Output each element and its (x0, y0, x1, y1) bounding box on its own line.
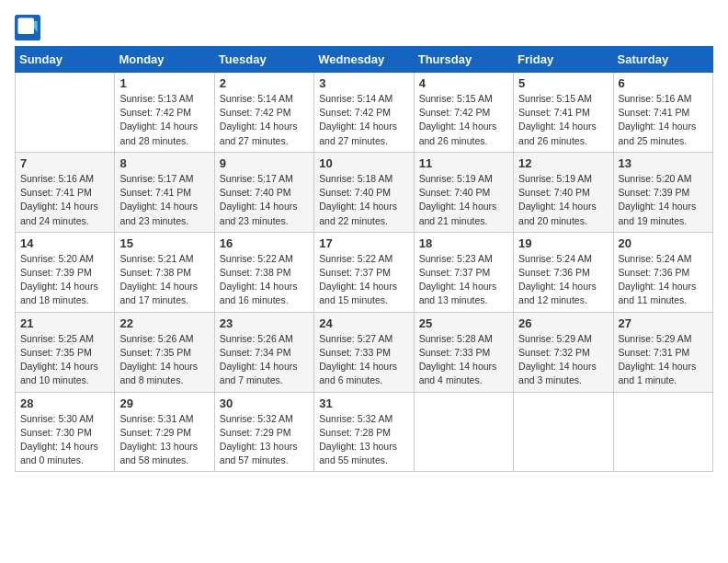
day-number: 10 (319, 156, 408, 170)
day-info: Sunrise: 5:22 AMSunset: 7:37 PMDaylight:… (319, 252, 408, 308)
day-info: Sunrise: 5:23 AMSunset: 7:37 PMDaylight:… (419, 252, 508, 308)
calendar-week-row: 28 Sunrise: 5:30 AMSunset: 7:30 PMDaylig… (16, 392, 713, 472)
day-number: 21 (20, 316, 109, 330)
logo-icon (15, 15, 40, 40)
calendar-cell: 3 Sunrise: 5:14 AMSunset: 7:42 PMDayligh… (314, 73, 414, 153)
day-info: Sunrise: 5:20 AMSunset: 7:39 PMDaylight:… (20, 252, 109, 308)
day-info: Sunrise: 5:25 AMSunset: 7:35 PMDaylight:… (20, 332, 109, 388)
calendar-cell (16, 73, 115, 153)
day-number: 3 (319, 76, 408, 90)
day-info: Sunrise: 5:22 AMSunset: 7:38 PMDaylight:… (220, 252, 309, 308)
calendar-cell: 29 Sunrise: 5:31 AMSunset: 7:29 PMDaylig… (115, 392, 214, 472)
header (15, 15, 713, 40)
calendar-cell: 28 Sunrise: 5:30 AMSunset: 7:30 PMDaylig… (16, 392, 115, 472)
calendar-cell: 7 Sunrise: 5:16 AMSunset: 7:41 PMDayligh… (16, 152, 115, 232)
day-number: 2 (220, 76, 309, 90)
day-info: Sunrise: 5:13 AMSunset: 7:42 PMDaylight:… (119, 92, 209, 148)
day-info: Sunrise: 5:16 AMSunset: 7:41 PMDaylight:… (20, 172, 109, 228)
calendar-cell: 17 Sunrise: 5:22 AMSunset: 7:37 PMDaylig… (314, 232, 414, 312)
calendar-cell: 4 Sunrise: 5:15 AMSunset: 7:42 PMDayligh… (414, 73, 513, 153)
calendar-cell: 14 Sunrise: 5:20 AMSunset: 7:39 PMDaylig… (16, 232, 115, 312)
day-number: 6 (619, 76, 708, 90)
calendar-cell: 31 Sunrise: 5:32 AMSunset: 7:28 PMDaylig… (314, 392, 414, 472)
calendar-cell: 23 Sunrise: 5:26 AMSunset: 7:34 PMDaylig… (214, 312, 313, 392)
day-number: 29 (119, 396, 209, 410)
day-info: Sunrise: 5:14 AMSunset: 7:42 PMDaylight:… (220, 92, 309, 148)
day-number: 11 (419, 156, 508, 170)
svg-rect-2 (18, 18, 35, 35)
day-info: Sunrise: 5:26 AMSunset: 7:35 PMDaylight:… (119, 332, 209, 388)
day-info: Sunrise: 5:31 AMSunset: 7:29 PMDaylight:… (119, 412, 209, 468)
calendar-week-row: 7 Sunrise: 5:16 AMSunset: 7:41 PMDayligh… (16, 152, 713, 232)
day-info: Sunrise: 5:24 AMSunset: 7:36 PMDaylight:… (619, 252, 708, 308)
weekday-header: Thursday (414, 47, 513, 73)
calendar-cell (414, 392, 513, 472)
day-info: Sunrise: 5:29 AMSunset: 7:31 PMDaylight:… (619, 332, 708, 388)
day-info: Sunrise: 5:15 AMSunset: 7:41 PMDaylight:… (518, 92, 608, 148)
calendar-cell: 19 Sunrise: 5:24 AMSunset: 7:36 PMDaylig… (514, 232, 613, 312)
weekday-header: Monday (115, 47, 214, 73)
day-info: Sunrise: 5:19 AMSunset: 7:40 PMDaylight:… (518, 172, 608, 228)
weekday-header: Saturday (613, 47, 712, 73)
day-number: 13 (619, 156, 708, 170)
calendar-cell (514, 392, 613, 472)
calendar-cell: 16 Sunrise: 5:22 AMSunset: 7:38 PMDaylig… (214, 232, 313, 312)
day-info: Sunrise: 5:32 AMSunset: 7:29 PMDaylight:… (220, 412, 309, 468)
weekday-header: Sunday (16, 47, 115, 73)
day-info: Sunrise: 5:20 AMSunset: 7:39 PMDaylight:… (619, 172, 708, 228)
weekday-header: Friday (514, 47, 613, 73)
weekday-header: Wednesday (314, 47, 414, 73)
calendar-cell: 15 Sunrise: 5:21 AMSunset: 7:38 PMDaylig… (115, 232, 214, 312)
day-number: 15 (119, 236, 209, 250)
calendar: SundayMondayTuesdayWednesdayThursdayFrid… (15, 46, 713, 472)
calendar-week-row: 14 Sunrise: 5:20 AMSunset: 7:39 PMDaylig… (16, 232, 713, 312)
day-info: Sunrise: 5:21 AMSunset: 7:38 PMDaylight:… (119, 252, 209, 308)
calendar-week-row: 21 Sunrise: 5:25 AMSunset: 7:35 PMDaylig… (16, 312, 713, 392)
day-number: 7 (20, 156, 109, 170)
calendar-cell: 30 Sunrise: 5:32 AMSunset: 7:29 PMDaylig… (214, 392, 313, 472)
calendar-header-row: SundayMondayTuesdayWednesdayThursdayFrid… (16, 47, 713, 73)
day-number: 23 (220, 316, 309, 330)
calendar-cell: 20 Sunrise: 5:24 AMSunset: 7:36 PMDaylig… (613, 232, 712, 312)
calendar-cell: 12 Sunrise: 5:19 AMSunset: 7:40 PMDaylig… (514, 152, 613, 232)
day-info: Sunrise: 5:32 AMSunset: 7:28 PMDaylight:… (319, 412, 408, 468)
calendar-cell: 11 Sunrise: 5:19 AMSunset: 7:40 PMDaylig… (414, 152, 513, 232)
day-info: Sunrise: 5:26 AMSunset: 7:34 PMDaylight:… (220, 332, 309, 388)
calendar-cell: 26 Sunrise: 5:29 AMSunset: 7:32 PMDaylig… (514, 312, 613, 392)
calendar-cell: 25 Sunrise: 5:28 AMSunset: 7:33 PMDaylig… (414, 312, 513, 392)
day-info: Sunrise: 5:29 AMSunset: 7:32 PMDaylight:… (518, 332, 608, 388)
day-number: 16 (220, 236, 309, 250)
calendar-cell: 5 Sunrise: 5:15 AMSunset: 7:41 PMDayligh… (514, 73, 613, 153)
day-number: 24 (319, 316, 408, 330)
logo (15, 15, 44, 40)
calendar-cell: 21 Sunrise: 5:25 AMSunset: 7:35 PMDaylig… (16, 312, 115, 392)
day-info: Sunrise: 5:24 AMSunset: 7:36 PMDaylight:… (518, 252, 608, 308)
calendar-cell: 8 Sunrise: 5:17 AMSunset: 7:41 PMDayligh… (115, 152, 214, 232)
day-number: 12 (518, 156, 608, 170)
day-number: 14 (20, 236, 109, 250)
day-number: 27 (619, 316, 708, 330)
day-number: 18 (419, 236, 508, 250)
day-info: Sunrise: 5:15 AMSunset: 7:42 PMDaylight:… (419, 92, 508, 148)
day-info: Sunrise: 5:28 AMSunset: 7:33 PMDaylight:… (419, 332, 508, 388)
day-number: 25 (419, 316, 508, 330)
day-info: Sunrise: 5:16 AMSunset: 7:41 PMDaylight:… (619, 92, 708, 148)
day-number: 28 (20, 396, 109, 410)
calendar-cell: 27 Sunrise: 5:29 AMSunset: 7:31 PMDaylig… (613, 312, 712, 392)
day-number: 1 (119, 76, 209, 90)
day-number: 9 (220, 156, 309, 170)
calendar-cell: 6 Sunrise: 5:16 AMSunset: 7:41 PMDayligh… (613, 73, 712, 153)
day-info: Sunrise: 5:19 AMSunset: 7:40 PMDaylight:… (419, 172, 508, 228)
day-number: 17 (319, 236, 408, 250)
calendar-cell (613, 392, 712, 472)
day-number: 26 (518, 316, 608, 330)
calendar-cell: 1 Sunrise: 5:13 AMSunset: 7:42 PMDayligh… (115, 73, 214, 153)
day-info: Sunrise: 5:27 AMSunset: 7:33 PMDaylight:… (319, 332, 408, 388)
day-number: 5 (518, 76, 608, 90)
calendar-cell: 24 Sunrise: 5:27 AMSunset: 7:33 PMDaylig… (314, 312, 414, 392)
day-number: 8 (119, 156, 209, 170)
calendar-week-row: 1 Sunrise: 5:13 AMSunset: 7:42 PMDayligh… (16, 73, 713, 153)
calendar-cell: 10 Sunrise: 5:18 AMSunset: 7:40 PMDaylig… (314, 152, 414, 232)
day-number: 4 (419, 76, 508, 90)
day-number: 20 (619, 236, 708, 250)
